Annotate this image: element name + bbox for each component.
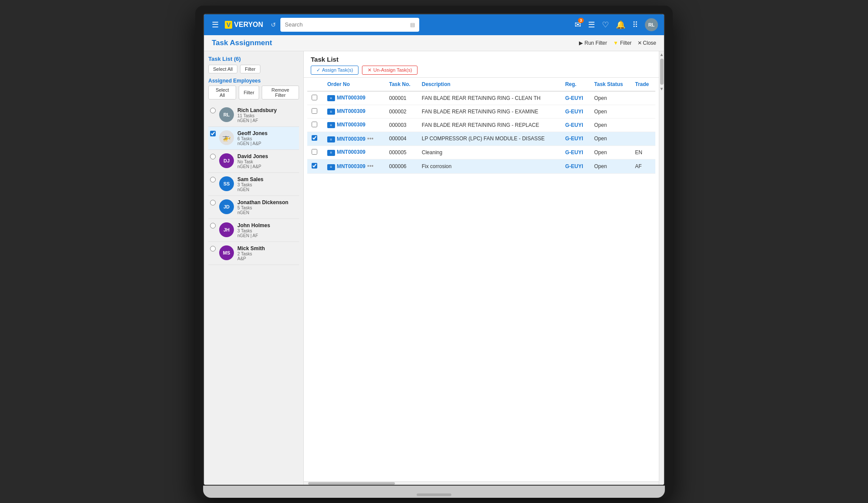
task-description: Cleaning <box>418 146 561 159</box>
employee-item[interactable]: SSSam Sales3 TasksnGEN <box>208 173 299 196</box>
employee-item[interactable]: JDJonathan Dickenson5 TasksnGEN <box>208 196 299 219</box>
task-no: 000005 <box>385 146 417 159</box>
task-reg[interactable]: G-EUYI <box>561 91 590 105</box>
hamburger-icon[interactable]: ☰ <box>210 18 220 31</box>
task-order-no[interactable]: ≡MNT000309 <box>323 146 385 159</box>
filter-label: Filter <box>620 40 632 46</box>
page-title: Task Assignment <box>212 39 272 47</box>
task-select-all-button[interactable]: Select All <box>208 65 237 73</box>
table-row[interactable]: ≡MNT000309000005CleaningG-EUYIOpenEN <box>307 146 655 159</box>
order-link[interactable]: MNT000309 <box>337 95 365 101</box>
task-checkbox[interactable] <box>312 135 317 141</box>
employee-radio[interactable] <box>210 200 216 205</box>
task-filter-button[interactable]: Filter <box>240 65 260 73</box>
employee-remove-filter-button[interactable]: Remove Filter <box>262 86 299 99</box>
employee-item[interactable]: RLRich Landsbury11 TasksnGEN | AF <box>208 104 299 127</box>
order-link[interactable]: MNT000309 <box>337 108 365 114</box>
employee-tasks: 3 Tasks <box>237 182 297 187</box>
task-checkbox[interactable] <box>312 122 317 127</box>
logo: V VERYON <box>225 21 263 29</box>
dots-menu[interactable]: ••• <box>365 135 375 142</box>
employee-radio[interactable] <box>210 154 216 159</box>
task-table-wrapper[interactable]: Order No Task No. Description Reg. Task … <box>304 78 659 481</box>
reg-link[interactable]: G-EUYI <box>565 136 583 142</box>
task-checkbox[interactable] <box>312 163 317 169</box>
scroll-down-icon[interactable]: ▼ <box>659 86 665 92</box>
col-reg[interactable]: Reg. <box>561 78 590 91</box>
task-order-no[interactable]: ≡MNT000309••• <box>323 132 385 146</box>
heart-icon[interactable]: ♡ <box>602 20 609 30</box>
reg-link[interactable]: G-EUYI <box>565 122 583 128</box>
employee-tasks: 5 Tasks <box>237 205 297 210</box>
employee-item[interactable]: 🚁Geoff Jones6 TasksnGEN | A&P <box>208 127 299 150</box>
logo-text: VERYON <box>234 21 263 29</box>
task-reg[interactable]: G-EUYI <box>561 159 590 174</box>
employee-filter-button[interactable]: Filter <box>239 86 259 99</box>
table-row[interactable]: ≡MNT000309•••000004LP COMPRESSOR (LPC) F… <box>307 132 655 146</box>
col-task-status[interactable]: Task Status <box>590 78 631 91</box>
task-checkbox[interactable] <box>312 149 317 155</box>
employee-checkbox[interactable] <box>210 131 216 136</box>
order-link[interactable]: MNT000309 <box>337 149 365 155</box>
dots-menu[interactable]: ••• <box>365 162 375 169</box>
close-button[interactable]: ✕ Close <box>638 40 656 46</box>
task-reg[interactable]: G-EUYI <box>561 105 590 118</box>
horizontal-scrollbar[interactable] <box>304 481 659 485</box>
employee-item[interactable]: MSMick Smith2 TasksA&P <box>208 242 299 265</box>
search-box[interactable]: ▤ <box>280 18 419 32</box>
email-icon[interactable]: ✉ 3 <box>575 20 581 30</box>
task-type-icon: ≡ <box>327 164 335 170</box>
reg-link[interactable]: G-EUYI <box>565 95 583 101</box>
avatar[interactable]: RL <box>645 18 658 31</box>
task-order-no[interactable]: ≡MNT000309 <box>323 118 385 132</box>
col-description[interactable]: Description <box>418 78 561 91</box>
order-link[interactable]: MNT000309 <box>337 136 365 142</box>
employee-radio[interactable] <box>210 108 216 113</box>
filter-button[interactable]: ▼ Filter <box>613 40 632 46</box>
task-checkbox[interactable] <box>312 95 317 100</box>
page-header-actions: ▶ Run Filter ▼ Filter ✕ Close <box>579 40 656 46</box>
task-type-icon: ≡ <box>327 122 335 128</box>
search-input[interactable] <box>285 21 410 28</box>
task-reg[interactable]: G-EUYI <box>561 132 590 146</box>
run-filter-button[interactable]: ▶ Run Filter <box>579 40 607 46</box>
task-order-no[interactable]: ≡MNT000309••• <box>323 159 385 174</box>
employee-select-all-button[interactable]: Select All <box>208 86 236 99</box>
employee-item[interactable]: JHJohn Holmes3 TasksnGEN | AF <box>208 219 299 242</box>
unassign-tasks-button[interactable]: ✕ Un-Assign Task(s) <box>362 66 418 75</box>
col-trade[interactable]: Trade <box>631 78 655 91</box>
grid-icon[interactable]: ⠿ <box>632 20 638 30</box>
employee-item[interactable]: DJDavid JonesNo TasknGEN | A&P <box>208 150 299 173</box>
task-status: Open <box>590 91 631 105</box>
reg-link[interactable]: G-EUYI <box>565 163 583 169</box>
task-order-no[interactable]: ≡MNT000309 <box>323 105 385 118</box>
table-row[interactable]: ≡MNT000309000003FAN BLADE REAR RETAINING… <box>307 118 655 132</box>
task-trade <box>631 105 655 118</box>
col-task-no[interactable]: Task No. <box>385 78 417 91</box>
scroll-up-icon[interactable]: ▲ <box>659 51 665 58</box>
employee-cert: nGEN <box>237 210 297 215</box>
list-icon[interactable]: ☰ <box>588 20 595 30</box>
employee-radio[interactable] <box>210 246 216 252</box>
assign-tasks-button[interactable]: ✓ Assign Task(s) <box>311 66 358 75</box>
order-link[interactable]: MNT000309 <box>337 163 365 169</box>
task-type-icon: ≡ <box>327 136 335 142</box>
vertical-scrollbar[interactable]: ▲ ▼ <box>659 51 664 485</box>
col-order-no[interactable]: Order No <box>323 78 385 91</box>
table-row[interactable]: ≡MNT000309000002FAN BLADE REAR RETAINING… <box>307 105 655 118</box>
task-checkbox[interactable] <box>312 108 317 114</box>
task-panel-title: Task List <box>311 56 652 63</box>
reg-link[interactable]: G-EUYI <box>565 149 583 156</box>
task-reg[interactable]: G-EUYI <box>561 146 590 159</box>
task-order-no[interactable]: ≡MNT000309 <box>323 91 385 105</box>
task-reg[interactable]: G-EUYI <box>561 118 590 132</box>
employee-radio[interactable] <box>210 177 216 182</box>
bell-icon[interactable]: 🔔 <box>616 20 625 30</box>
order-link[interactable]: MNT000309 <box>337 122 365 128</box>
table-row[interactable]: ≡MNT000309•••000006Fix corrosionG-EUYIOp… <box>307 159 655 174</box>
refresh-icon[interactable]: ↺ <box>271 21 276 28</box>
table-row[interactable]: ≡MNT000309000001FAN BLADE REAR RETAINING… <box>307 91 655 105</box>
reg-link[interactable]: G-EUYI <box>565 109 583 115</box>
avatar: RL <box>219 107 234 122</box>
employee-radio[interactable] <box>210 223 216 228</box>
